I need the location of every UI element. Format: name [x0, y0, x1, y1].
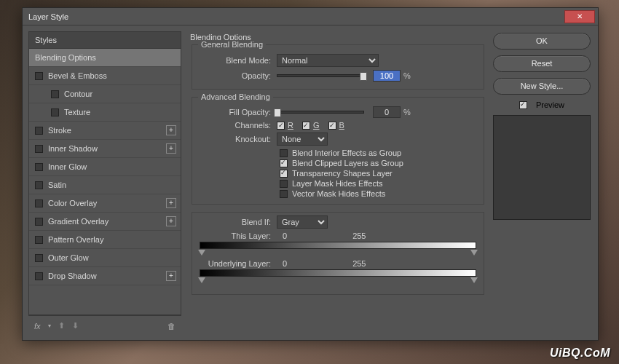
fill-opacity-input[interactable]: 0 — [373, 106, 401, 118]
blend-if-select[interactable]: Gray — [277, 215, 328, 229]
ramp-stop-icon[interactable] — [198, 277, 205, 283]
move-up-icon[interactable]: ⬆ — [58, 321, 65, 331]
channel-b-checkbox[interactable] — [328, 122, 336, 130]
underlying-layer-label: Underlying Layer: — [200, 259, 277, 268]
slider-knob-icon[interactable] — [360, 72, 367, 81]
watermark: UiBQ.CoM — [550, 347, 610, 360]
close-button[interactable]: ✕ — [564, 10, 595, 23]
checkbox-icon[interactable] — [51, 108, 59, 116]
slider-knob-icon[interactable] — [274, 108, 281, 117]
sidebar-item-pattern-overlay[interactable]: Pattern Overlay — [29, 231, 181, 249]
this-layer-label: This Layer: — [200, 232, 277, 240]
titlebar[interactable]: Layer Style ✕ — [23, 8, 598, 25]
checkbox-icon[interactable] — [51, 90, 59, 98]
fx-menu[interactable]: fx — [34, 322, 41, 331]
layer-style-dialog: Layer Style ✕ Styles Blending Options Be… — [22, 7, 599, 341]
blend-if-label: Blend If: — [200, 218, 277, 226]
checkbox-icon[interactable] — [280, 180, 288, 188]
add-effect-icon[interactable]: + — [166, 271, 176, 281]
sidebar-item-satin[interactable]: Satin — [29, 176, 181, 194]
opt-vector-mask-hides[interactable]: Vector Mask Hides Effects — [280, 189, 476, 198]
sidebar-item-outer-glow[interactable]: Outer Glow — [29, 249, 181, 267]
sidebar-item-contour[interactable]: Contour — [29, 85, 181, 103]
channel-g-checkbox[interactable] — [302, 122, 310, 130]
options-panel: Blending Options General Blending Blend … — [187, 25, 489, 340]
sidebar-item-inner-glow[interactable]: Inner Glow — [29, 158, 181, 176]
general-legend: General Blending — [198, 40, 266, 49]
ramp-stop-icon[interactable] — [198, 250, 205, 256]
fill-opacity-slider[interactable] — [277, 111, 364, 114]
trash-icon[interactable]: 🗑 — [167, 322, 176, 331]
sidebar-item-inner-shadow[interactable]: Inner Shadow+ — [29, 140, 181, 158]
add-effect-icon[interactable]: + — [166, 198, 176, 208]
opacity-label: Opacity: — [200, 71, 277, 80]
checkbox-icon[interactable] — [35, 181, 43, 189]
blend-if-group: Blend If: Gray This Layer: 0255 Underlyi… — [192, 212, 484, 295]
ramp-stop-icon[interactable] — [470, 250, 478, 256]
opt-transparency-shapes[interactable]: Transparency Shapes Layer — [280, 169, 476, 178]
checkbox-icon[interactable] — [280, 190, 288, 198]
chevron-down-icon[interactable]: ▾ — [48, 323, 51, 329]
knockout-select[interactable]: None — [277, 132, 328, 146]
checkbox-icon[interactable] — [35, 218, 43, 226]
opacity-input[interactable]: 100 — [373, 70, 401, 82]
sidebar-header[interactable]: Styles — [29, 32, 181, 49]
knockout-label: Knockout: — [200, 135, 277, 143]
sidebar-item-gradient-overlay[interactable]: Gradient Overlay+ — [29, 213, 181, 231]
sidebar-item-drop-shadow[interactable]: Drop Shadow+ — [29, 267, 181, 285]
checkbox-icon[interactable] — [35, 272, 43, 280]
general-blending-group: General Blending Blend Mode: Normal Opac… — [192, 44, 484, 90]
checkbox-icon[interactable] — [35, 163, 43, 171]
blend-mode-select[interactable]: Normal — [277, 54, 379, 67]
opacity-slider[interactable] — [277, 74, 364, 77]
checkbox-icon[interactable] — [280, 170, 288, 178]
move-down-icon[interactable]: ⬇ — [72, 321, 79, 331]
checkbox-icon[interactable] — [35, 72, 43, 80]
preview-swatch — [493, 115, 591, 220]
checkbox-icon[interactable] — [280, 149, 288, 157]
dialog-title: Layer Style — [28, 12, 564, 21]
checkbox-icon[interactable] — [35, 254, 43, 262]
sidebar-item-color-overlay[interactable]: Color Overlay+ — [29, 194, 181, 213]
new-style-button[interactable]: New Style... — [493, 78, 591, 95]
preview-label: Preview — [536, 100, 564, 109]
fill-opacity-label: Fill Opacity: — [200, 108, 277, 116]
button-column: OK Reset New Style... Preview — [489, 25, 598, 340]
add-effect-icon[interactable]: + — [166, 216, 176, 226]
reset-button[interactable]: Reset — [493, 55, 591, 72]
advanced-blending-group: Advanced Blending Fill Opacity: 0 % Chan… — [192, 97, 484, 205]
checkbox-icon[interactable] — [35, 236, 43, 244]
ramp-stop-icon[interactable] — [470, 277, 478, 283]
fill-opacity-unit: % — [403, 108, 411, 116]
channel-r-checkbox[interactable] — [277, 122, 285, 130]
sidebar-item-bevel-emboss[interactable]: Bevel & Emboss — [29, 67, 181, 85]
styles-sidebar: Styles Blending Options Bevel & Emboss C… — [23, 25, 187, 340]
preview-checkbox[interactable] — [519, 101, 527, 109]
add-effect-icon[interactable]: + — [166, 125, 176, 135]
opt-blend-clipped[interactable]: Blend Clipped Layers as Group — [280, 159, 476, 167]
advanced-legend: Advanced Blending — [198, 92, 273, 101]
sidebar-item-texture[interactable]: Texture — [29, 103, 181, 122]
sidebar-item-stroke[interactable]: Stroke+ — [29, 122, 181, 140]
checkbox-icon[interactable] — [35, 127, 43, 135]
ok-button[interactable]: OK — [493, 33, 591, 50]
channels-label: Channels: — [200, 121, 277, 130]
opacity-unit: % — [403, 71, 411, 80]
checkbox-icon[interactable] — [35, 199, 43, 207]
blend-mode-label: Blend Mode: — [200, 56, 277, 65]
add-effect-icon[interactable]: + — [166, 143, 176, 154]
opt-blend-interior[interactable]: Blend Interior Effects as Group — [280, 149, 476, 157]
checkbox-icon[interactable] — [35, 145, 43, 153]
underlying-layer-ramp[interactable] — [200, 269, 476, 277]
sidebar-item-blending-options[interactable]: Blending Options — [29, 49, 181, 67]
opt-layer-mask-hides[interactable]: Layer Mask Hides Effects — [280, 179, 476, 188]
checkbox-icon[interactable] — [280, 159, 288, 167]
this-layer-ramp[interactable] — [200, 242, 476, 249]
